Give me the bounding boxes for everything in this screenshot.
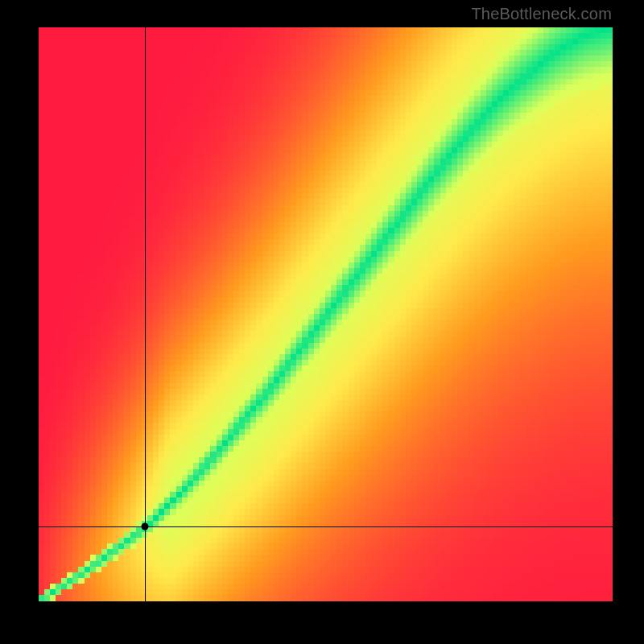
crosshair-horizontal <box>39 526 613 527</box>
heatmap-canvas <box>39 27 613 601</box>
figure-frame: TheBottleneck.com <box>0 0 644 644</box>
crosshair-vertical <box>145 27 146 601</box>
heatmap-plot <box>39 27 613 601</box>
data-point-marker <box>141 523 148 530</box>
watermark-text: TheBottleneck.com <box>471 5 612 23</box>
